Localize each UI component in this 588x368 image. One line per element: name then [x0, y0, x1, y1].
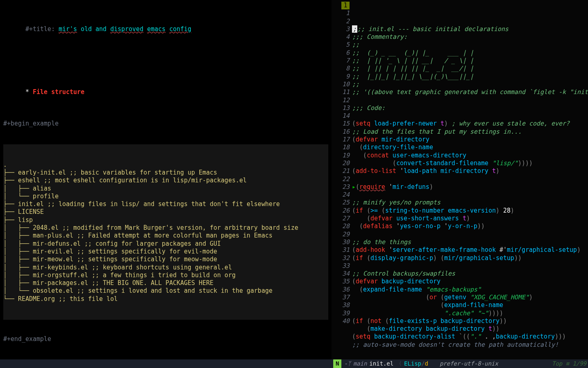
code-line[interactable]: ;;: [352, 81, 586, 88]
tree-line: │ ├── 2048.el ;; modified from Mark Burg…: [3, 224, 328, 232]
line-number: 36: [332, 286, 350, 294]
modeline-right: N -ᛉ main init.el 〈 ELisp/d prefer-utf-8…: [332, 359, 588, 368]
code-line[interactable]: ;; |_||_| |_||_| \__|(_)\___||_|: [352, 73, 586, 81]
tree-line: ├── init.el ;; loading files in lisp/ an…: [3, 200, 328, 208]
code-line[interactable]: ;;: [352, 41, 586, 49]
line-number: 8: [332, 65, 350, 72]
right-pane-code[interactable]: 1123456789101112131415161718192021222324…: [332, 0, 588, 359]
line-number: 26: [332, 207, 350, 215]
line-number: 4: [332, 33, 350, 41]
tree-line: │ ├── mir-meow.el ;; settings specifical…: [3, 256, 328, 263]
code-line[interactable]: ;; auto-save-mode doesn't create the pat…: [352, 341, 586, 349]
git-branch-icon: -ᛉ: [344, 359, 350, 368]
tree-line: │ ├── mir-evil.el ;; settings specifical…: [3, 248, 328, 256]
tree-line: │ ├── mir-keybinds.el ;; keyboard shortc…: [3, 264, 328, 272]
line-number: 24: [332, 191, 350, 199]
title-word: old: [81, 25, 92, 33]
line-number: 7: [332, 57, 350, 65]
line-number: 16: [332, 128, 350, 136]
line-number: 29: [332, 231, 350, 238]
line-number: 9: [332, 73, 350, 81]
tree-line: │ ├── man-plus.el ;; Failed attempt at m…: [3, 232, 328, 240]
title-word: emacs: [147, 25, 165, 33]
end-example: #+end_example: [3, 335, 328, 343]
org-title-keyword: #+title:: [25, 25, 58, 33]
code-line[interactable]: (expand-file-name: [352, 301, 586, 309]
code-line[interactable]: (if (not (file-exists-p backup-directory…: [352, 317, 586, 325]
line-number: 37: [332, 294, 350, 301]
line-number: 18: [332, 144, 350, 151]
file-tree-block: .├── early-init.el ;; basic variables fo…: [3, 144, 328, 320]
tree-line: │ └── profile: [3, 193, 328, 200]
line-number: 1: [332, 2, 350, 9]
begin-example: #+begin_example: [3, 120, 328, 128]
code-line[interactable]: (add-to-list 'load-path mir-directory t): [352, 167, 586, 175]
code-line[interactable]: ;; (_) _ __ (_)| |_ ___ | |: [352, 49, 586, 57]
code-line[interactable]: (defvar backup-directory: [352, 278, 586, 285]
code-line[interactable]: (setq load-prefer-newer t) ; why ever us…: [352, 120, 586, 128]
code-line[interactable]: [352, 191, 586, 199]
code-line[interactable]: ;; Control backups/swapfiles: [352, 270, 586, 278]
tree-line: │ └── obsolete.el ;; settings i loved an…: [3, 287, 328, 295]
code-line[interactable]: ;; | || | | || || |_ _| __/| |: [352, 65, 586, 72]
line-number: 38: [332, 301, 350, 309]
line-number: 13: [332, 104, 350, 112]
git-branch: main: [353, 359, 367, 368]
title-word: disproved: [110, 25, 143, 33]
line-number: 32: [332, 254, 350, 262]
code-line[interactable]: [352, 262, 586, 270]
code-line[interactable]: ▸(require 'mir-defuns): [352, 183, 586, 191]
org-title-line: #+title: mir's old and disproved emacs c…: [3, 18, 328, 41]
code-line[interactable]: (expand-file-name "emacs-backups": [352, 286, 586, 294]
code-line[interactable]: ;; do the things: [352, 238, 586, 246]
major-mode: ELisp: [404, 360, 421, 367]
code-line[interactable]: (convert-standard-filename "lisp/")))): [352, 159, 586, 167]
line-number: 19: [332, 152, 350, 159]
line-number: 2: [332, 18, 350, 25]
org-heading: * File structure: [3, 81, 328, 104]
tree-line: .: [3, 161, 328, 169]
line-number: 11: [332, 88, 350, 96]
code-line[interactable]: (concat user-emacs-directory: [352, 152, 586, 159]
code-line[interactable]: (setq backup-directory-alist `(("." . ,b…: [352, 333, 586, 341]
code-line[interactable]: ;;; Commentary:: [352, 33, 586, 41]
code-line[interactable]: ;;; Code:: [352, 104, 586, 112]
buffer-filename: init.el: [370, 359, 394, 368]
code-line[interactable]: [352, 231, 586, 238]
code-line[interactable]: (make-directory backup-directory t)): [352, 325, 586, 333]
tree-line: │ ├── mir-defuns.el ;; config for larger…: [3, 240, 328, 248]
line-number: 17: [332, 136, 350, 144]
tree-line: ├── early-init.el ;; basic variables for…: [3, 169, 328, 177]
code-line[interactable]: (defvar mir-directory: [352, 136, 586, 144]
code-line[interactable]: ;;; init.el --- basic initial declaratio…: [352, 25, 586, 33]
code-line[interactable]: (if (>= (string-to-number emacs-version)…: [352, 207, 586, 215]
line-number: 30: [332, 238, 350, 246]
code-line[interactable]: (directory-file-name: [352, 144, 586, 151]
code-body[interactable]: ;;; init.el --- basic initial declaratio…: [350, 24, 588, 350]
line-number: 1: [332, 9, 350, 17]
tree-line: │ ├── mir-packages.el ;; THE BIG ONE. AL…: [3, 279, 328, 287]
code-line[interactable]: (defalias 'yes-or-no-p 'y-or-n-p)): [352, 222, 586, 230]
code-line[interactable]: (if (display-graphic-p) (mir/graphical-s…: [352, 254, 586, 262]
code-line[interactable]: [352, 96, 586, 104]
code-line[interactable]: ;; | || '_ \ | || __| / _ \| |: [352, 57, 586, 65]
code-line[interactable]: ;; '((above text graphic generated with …: [352, 88, 586, 96]
title-word: mir's: [58, 25, 77, 33]
line-number: 25: [332, 199, 350, 206]
heading-text: File structure: [33, 88, 84, 96]
code-line[interactable]: ".cache" "~")))): [352, 310, 586, 317]
tree-line: ├── lisp: [3, 216, 328, 224]
line-number: 33: [332, 262, 350, 270]
tree-line: │ ├── mir-orgstuff.el ;; a few things i …: [3, 272, 328, 279]
code-line[interactable]: (defvar use-short-answers t): [352, 215, 586, 222]
left-pane-readme[interactable]: #+title: mir's old and disproved emacs c…: [0, 0, 332, 359]
code-line[interactable]: (or (getenv "XDG_CACHE_HOME"): [352, 294, 586, 301]
tree-line: │ ├── alias: [3, 185, 328, 193]
tree-line: ├── LICENSE: [3, 208, 328, 216]
code-line[interactable]: ;; Load the files that I put my settings…: [352, 128, 586, 136]
modeline: N -ᛉ main init.el 〈 ELisp/d prefer-utf-8…: [0, 359, 588, 368]
code-line[interactable]: [352, 175, 586, 183]
code-line[interactable]: [352, 112, 586, 120]
code-line[interactable]: ;; minify yes/no prompts: [352, 199, 586, 206]
code-line[interactable]: (add-hook 'server-after-make-frame-hook …: [352, 246, 586, 254]
